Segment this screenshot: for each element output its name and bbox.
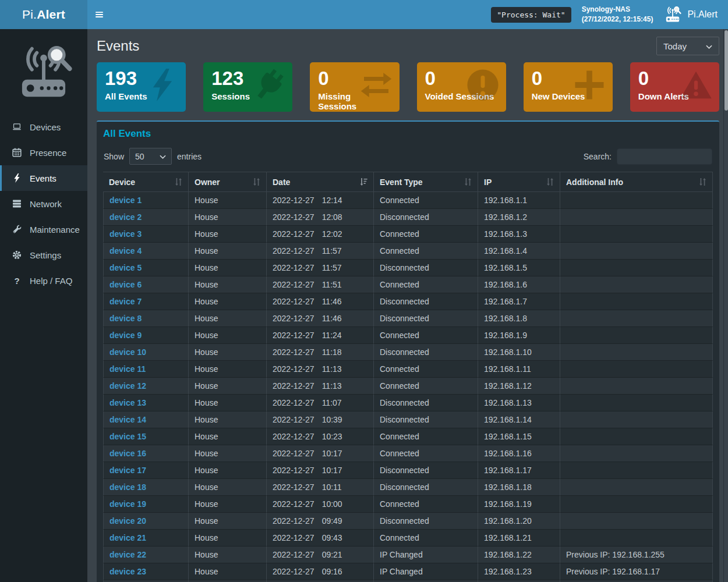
device-link[interactable]: device 12	[109, 381, 146, 391]
page-title: Events	[97, 38, 139, 54]
app-brand-name: Pi.Alert	[687, 9, 718, 20]
device-link[interactable]: device 20	[109, 516, 146, 526]
device-link[interactable]: device 6	[109, 280, 142, 289]
summary-card[interactable]: 193 All Events	[97, 62, 186, 112]
additional-info-cell	[560, 226, 713, 243]
ip-cell: 192.168.1.20	[478, 513, 560, 530]
gear-icon	[12, 250, 22, 260]
owner-cell: House	[189, 293, 267, 310]
sidebar-item[interactable]: Events	[0, 165, 87, 191]
additional-info-cell	[560, 445, 713, 462]
period-select-value: Today	[663, 41, 687, 51]
device-link[interactable]: device 4	[109, 246, 142, 255]
column-header[interactable]: IP	[478, 172, 560, 192]
scrollbar-thumb[interactable]	[725, 30, 728, 111]
sidebar-item[interactable]: Settings	[0, 242, 87, 268]
device-link[interactable]: device 5	[109, 263, 142, 272]
device-link[interactable]: device 18	[109, 482, 146, 492]
column-header[interactable]: Additional Info	[560, 172, 713, 192]
exclamation-circle-icon	[467, 69, 499, 101]
sidebar-item-label: Settings	[30, 250, 61, 260]
device-link[interactable]: device 11	[109, 364, 146, 374]
date-cell: 2022-12-2709:21	[267, 546, 374, 563]
date-cell: 2022-12-2709:43	[267, 530, 374, 546]
ip-cell: 192.168.1.16	[478, 445, 560, 462]
owner-cell: House	[189, 496, 267, 513]
event-type-cell: Connected	[374, 445, 478, 462]
column-header[interactable]: Device	[103, 172, 189, 192]
date-cell: 2022-12-2711:07	[267, 395, 374, 411]
device-link[interactable]: device 14	[109, 415, 146, 424]
hamburger-icon[interactable]	[96, 11, 107, 18]
period-select[interactable]: Today	[656, 37, 719, 55]
ip-cell: 192.168.1.2	[478, 209, 560, 226]
sidebar-item-label: Events	[30, 173, 56, 183]
bolt-icon	[146, 69, 179, 101]
ip-cell: 192.168.1.6	[478, 276, 560, 293]
device-link[interactable]: device 13	[109, 398, 146, 407]
summary-card[interactable]: 0 Down Alerts	[630, 62, 719, 112]
summary-card[interactable]: 0 Voided Sessions	[417, 62, 506, 112]
column-header[interactable]: Date	[267, 172, 374, 192]
device-link[interactable]: device 2	[109, 212, 142, 222]
summary-card[interactable]: 0 Missing Sessions	[310, 62, 399, 112]
ip-cell: 192.168.1.21	[478, 530, 560, 546]
search-input[interactable]	[617, 148, 712, 165]
summary-cards: 193 All Events 123 Sessions 0 Missing Se…	[97, 62, 719, 112]
summary-card[interactable]: 123 Sessions	[203, 62, 292, 112]
additional-info-cell	[560, 243, 713, 260]
event-type-cell: Connected	[374, 428, 478, 445]
ip-cell: 192.168.1.11	[478, 361, 560, 378]
date-cell: 2022-12-2710:17	[267, 462, 374, 479]
device-link[interactable]: device 9	[109, 331, 142, 340]
device-link[interactable]: device 19	[109, 499, 146, 509]
column-header-label: Device	[109, 178, 135, 187]
date-cell: 2022-12-2712:08	[267, 209, 374, 226]
table-row: device 20 House 2022-12-2709:49 Disconne…	[103, 513, 713, 530]
column-header[interactable]: Owner	[189, 172, 267, 192]
device-link[interactable]: device 3	[109, 229, 142, 239]
app-brand: Pi.Alert	[663, 6, 720, 23]
question-icon: ?	[12, 276, 22, 286]
device-link[interactable]: device 17	[109, 466, 146, 475]
page-length-select[interactable]: 50	[129, 148, 172, 165]
device-link[interactable]: device 16	[109, 449, 146, 458]
sort-both-icon	[175, 178, 182, 186]
owner-cell: House	[189, 546, 267, 563]
additional-info-cell	[560, 496, 713, 513]
additional-info-cell	[560, 276, 713, 293]
device-link[interactable]: device 21	[109, 533, 146, 542]
column-header[interactable]: Event Type	[374, 172, 478, 192]
plug-icon	[253, 69, 285, 101]
summary-card[interactable]: 0 New Devices	[524, 62, 613, 112]
device-link[interactable]: device 8	[109, 314, 142, 323]
sidebar: Devices Presence Events Network Maintena…	[0, 29, 87, 582]
ip-cell: 192.168.1.22	[478, 546, 560, 563]
date-cell: 2022-12-2711:46	[267, 310, 374, 327]
sidebar-item[interactable]: Presence	[0, 140, 87, 165]
device-link[interactable]: device 22	[109, 550, 146, 559]
show-label: Show	[104, 152, 124, 161]
app-logo[interactable]: Pi.Alert	[0, 0, 87, 29]
device-link[interactable]: device 23	[109, 567, 146, 576]
sidebar-item[interactable]: Network	[0, 191, 87, 217]
sort-both-icon	[699, 178, 706, 186]
owner-cell: House	[189, 563, 267, 580]
owner-cell: House	[189, 395, 267, 411]
ip-cell: 192.168.1.14	[478, 411, 560, 428]
column-header-label: Event Type	[380, 178, 423, 187]
column-header-label: Owner	[195, 178, 220, 187]
sidebar-item[interactable]: ? Help / FAQ	[0, 268, 87, 293]
owner-cell: House	[189, 327, 267, 344]
main-content: Events Today 193 All Events 123 Sessions…	[87, 29, 723, 582]
sort-both-icon	[464, 178, 472, 186]
sidebar-item[interactable]: Maintenance	[0, 217, 87, 242]
table-row: device 7 House 2022-12-2711:46 Disconnec…	[103, 293, 713, 310]
table-row: device 15 House 2022-12-2710:23 Connecte…	[103, 428, 713, 445]
device-link[interactable]: device 7	[109, 297, 142, 306]
device-link[interactable]: device 1	[109, 196, 142, 205]
device-link[interactable]: device 10	[109, 347, 146, 357]
sidebar-item[interactable]: Devices	[0, 114, 87, 140]
device-link[interactable]: device 15	[109, 432, 146, 441]
date-cell: 2022-12-2712:14	[267, 192, 374, 209]
